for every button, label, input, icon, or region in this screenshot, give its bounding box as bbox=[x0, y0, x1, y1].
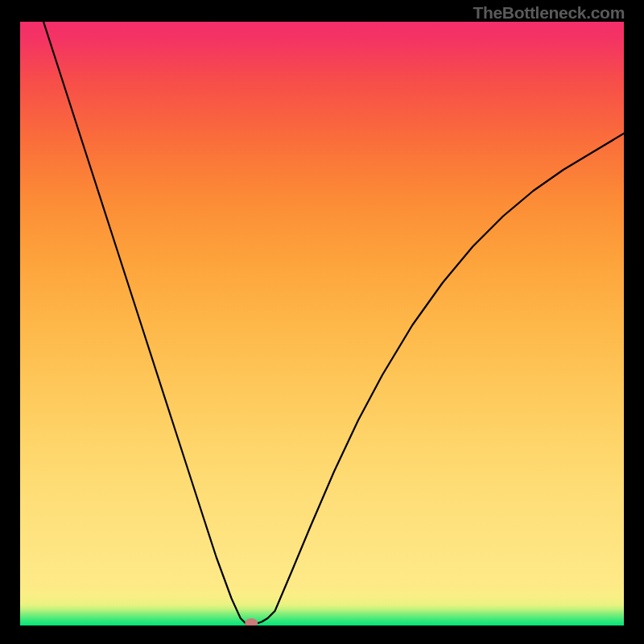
chart-svg bbox=[20, 22, 624, 625]
chart-container: TheBottleneck.com bbox=[0, 0, 644, 644]
attribution-text: TheBottleneck.com bbox=[473, 3, 625, 23]
chart-marker-dot bbox=[245, 618, 258, 625]
chart-curve-path bbox=[43, 22, 624, 625]
chart-plot-area bbox=[20, 22, 624, 625]
